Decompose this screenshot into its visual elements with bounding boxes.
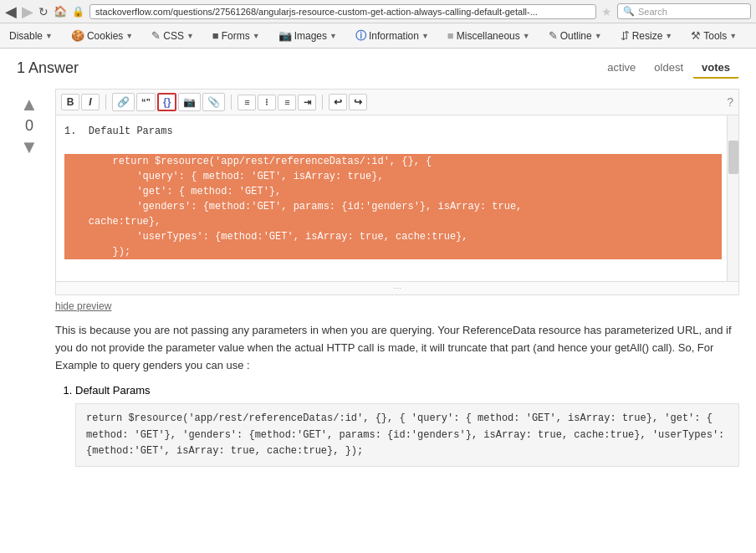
forms-arrow: ▼ — [253, 32, 260, 40]
list-item-1: Default Params — [75, 384, 739, 397]
scrollbar-thumb[interactable] — [728, 141, 738, 174]
help-button[interactable]: ? — [727, 95, 733, 109]
answer-paragraph: This is because you are not passing any … — [55, 322, 739, 374]
tools-label: Tools — [703, 30, 727, 42]
forms-label: Forms — [222, 30, 250, 42]
list-group: ≡ ⁝ ≡ ⇥ — [238, 95, 316, 110]
answer-tabs: active oldest votes — [598, 57, 739, 79]
undo-button[interactable]: ↩ — [329, 94, 347, 110]
vote-count: 0 — [25, 117, 33, 135]
answer-list: Default Params — [75, 384, 739, 397]
cookie-icon: 🍪 — [71, 29, 84, 42]
star-icon[interactable]: ★ — [601, 5, 612, 18]
code-line-9: }); — [64, 244, 722, 259]
tab-oldest[interactable]: oldest — [645, 57, 692, 79]
tab-votes[interactable]: votes — [692, 57, 739, 79]
italic-button[interactable]: I — [81, 94, 100, 110]
main-content: 1 Answer active oldest votes ▲ 0 ▼ B I — [0, 49, 756, 482]
ul-button[interactable]: ⁝ — [258, 95, 276, 110]
scroll-indicator: ⋯ — [55, 282, 739, 295]
resize-icon: ⇵ — [621, 29, 630, 42]
vote-section: ▲ 0 ▼ — [17, 89, 42, 474]
miscellaneous-button[interactable]: ■ Miscellaneous ▼ — [442, 26, 536, 45]
code-button[interactable]: {} — [157, 93, 176, 111]
search-icon: 🔍 — [623, 6, 635, 17]
blockquote-button[interactable]: “” — [136, 93, 156, 111]
search-bar[interactable]: 🔍 Search — [617, 3, 751, 19]
code-line-2 — [64, 139, 722, 154]
search-label: Search — [638, 7, 667, 17]
images-label: Images — [294, 30, 327, 42]
hide-preview-link[interactable]: hide preview — [55, 300, 739, 312]
url-bar[interactable]: stackoverflow.com/questions/27561268/ang… — [89, 4, 596, 19]
cookies-arrow: ▼ — [125, 32, 133, 40]
css-button[interactable]: ✎ CSS ▼ — [146, 26, 200, 45]
css-arrow: ▼ — [186, 32, 194, 40]
answer-code-block: return $resource('app/rest/referenceData… — [75, 403, 739, 467]
list-item-label: Default Params — [75, 384, 151, 397]
answer-body: ▲ 0 ▼ B I 🔗 “” {} 📷 📎 — [17, 89, 739, 474]
outline-button[interactable]: ✎ Outline ▼ — [543, 26, 608, 45]
resize-label: Resize — [632, 30, 663, 42]
forms-button[interactable]: ■ Forms ▼ — [207, 26, 266, 45]
code-line-6: 'genders': {method:'GET', params: {id:'g… — [64, 199, 722, 214]
outline-icon: ✎ — [549, 29, 558, 42]
information-button[interactable]: ⓘ Information ▼ — [350, 25, 435, 47]
refresh-icon[interactable]: ↻ — [38, 5, 49, 18]
cookies-button[interactable]: 🍪 Cookies ▼ — [65, 26, 139, 45]
outline-arrow: ▼ — [595, 32, 602, 40]
info-icon: ⓘ — [355, 28, 366, 44]
css-label: CSS — [163, 30, 184, 42]
resize-arrow: ▼ — [665, 32, 672, 40]
back-icon[interactable]: ◀ — [5, 3, 17, 21]
editor-sep-2 — [231, 95, 232, 110]
code-line-1: 1. Default Params — [64, 124, 722, 139]
view-source-button[interactable]: 📄 View Sour... — [749, 26, 756, 45]
tools-button[interactable]: ⚒ Tools ▼ — [685, 26, 743, 45]
images-arrow: ▼ — [329, 32, 337, 40]
lock-icon: 🔒 — [72, 6, 84, 18]
information-arrow: ▼ — [421, 32, 429, 40]
indent-button[interactable]: ⇥ — [298, 95, 316, 110]
disable-button[interactable]: Disable ▼ — [3, 27, 59, 45]
scroll-dots: ⋯ — [393, 284, 401, 293]
disable-label: Disable — [9, 30, 43, 42]
attachment-button[interactable]: 📎 — [202, 93, 225, 111]
tab-active[interactable]: active — [598, 57, 645, 79]
disable-arrow: ▼ — [45, 32, 53, 40]
editor-section: B I 🔗 “” {} 📷 📎 ≡ ⁝ ≡ ⇥ — [55, 89, 739, 474]
history-group: ↩ ↪ — [329, 94, 367, 110]
link-button[interactable]: 🔗 — [112, 93, 135, 111]
answer-title: 1 Answer — [17, 59, 79, 77]
vote-down-button[interactable]: ▼ — [20, 138, 38, 156]
images-icon: 📷 — [278, 29, 292, 42]
home-icon[interactable]: 🏠 — [54, 5, 67, 18]
css-icon: ✎ — [151, 29, 161, 42]
code-line-7: cache:true}, — [64, 214, 722, 229]
misc-icon: ■ — [447, 29, 454, 42]
browser-toolbar: Disable ▼ 🍪 Cookies ▼ ✎ CSS ▼ ■ Forms ▼ … — [0, 23, 756, 49]
answer-text: This is because you are not passing any … — [55, 322, 739, 374]
code-area[interactable]: 1. Default Params return $resource('app/… — [55, 115, 739, 282]
information-label: Information — [369, 30, 419, 42]
forward-icon[interactable]: ▶ — [22, 3, 33, 21]
bold-button[interactable]: B — [61, 94, 79, 110]
tools-arrow: ▼ — [729, 32, 737, 40]
ol-button[interactable]: ≡ — [238, 95, 256, 110]
align-button[interactable]: ≡ — [278, 95, 296, 110]
images-button[interactable]: 📷 Images ▼ — [273, 26, 343, 45]
vote-up-button[interactable]: ▲ — [20, 95, 38, 114]
redo-button[interactable]: ↪ — [349, 94, 367, 110]
outline-label: Outline — [560, 30, 592, 42]
forms-icon: ■ — [212, 29, 219, 42]
editor-toolbar: B I 🔗 “” {} 📷 📎 ≡ ⁝ ≡ ⇥ — [55, 89, 739, 115]
image-button[interactable]: 📷 — [178, 93, 201, 111]
answer-code-text: return $resource('app/rest/referenceData… — [86, 412, 724, 456]
code-line-4: 'query': { method: 'GET', isArray: true}… — [64, 169, 722, 184]
code-scrollbar[interactable] — [727, 115, 738, 281]
code-line-5: 'get': { method: 'GET'}, — [64, 184, 722, 199]
resize-button[interactable]: ⇵ Resize ▼ — [615, 26, 679, 45]
tools-icon: ⚒ — [691, 29, 701, 42]
answer-header: 1 Answer active oldest votes — [17, 57, 739, 79]
misc-arrow: ▼ — [523, 32, 530, 40]
